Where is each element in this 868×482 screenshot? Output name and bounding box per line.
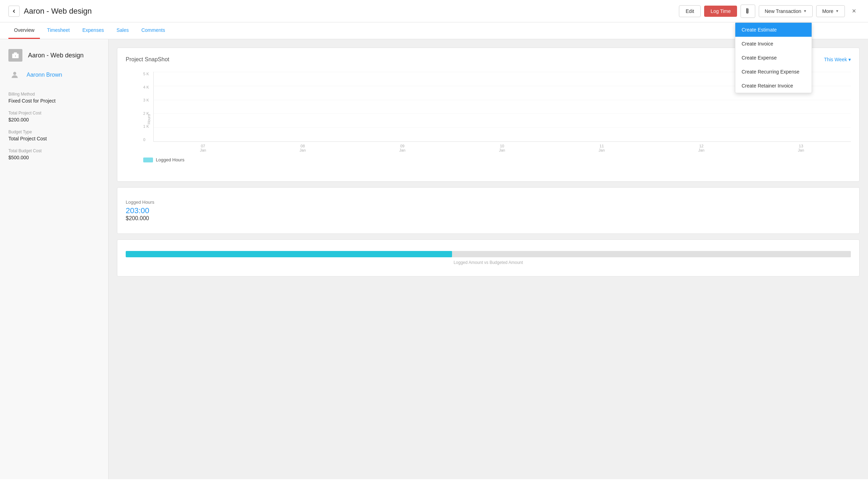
main-panel: Project SnapShot This Week ▾ 0 1 K 2 K — [109, 39, 868, 479]
stats-card: Logged Hours 203:00 $200.000 — [117, 187, 860, 234]
page-title: Aaron - Web design — [24, 7, 679, 16]
this-week-arrow-icon: ▾ — [848, 57, 851, 62]
x-label-10: 10Jan — [499, 144, 505, 152]
grid-line-3k — [154, 100, 851, 100]
x-label-12: 12Jan — [698, 144, 704, 152]
tab-timesheet[interactable]: Timesheet — [41, 22, 75, 39]
dropdown-item-create-expense[interactable]: Create Expense — [735, 51, 812, 65]
tab-expenses[interactable]: Expenses — [77, 22, 109, 39]
this-week-button[interactable]: This Week ▾ — [824, 57, 851, 62]
x-label-11: 11Jan — [599, 144, 605, 152]
dropdown-item-create-invoice[interactable]: Create Invoice — [735, 37, 812, 51]
x-label-08: 08Jan — [300, 144, 306, 152]
billing-method-section: Billing Method Fixed Cost for Project — [8, 92, 100, 104]
tab-sales[interactable]: Sales — [111, 22, 134, 39]
y-label-0: 0 — [143, 138, 149, 142]
total-project-cost-section: Total Project Cost $200.000 — [8, 111, 100, 123]
person-icon — [8, 69, 21, 81]
progress-card: Logged Amount vs Budgeted Amount — [117, 239, 860, 277]
legend-label-logged-hours: Logged Hours — [156, 157, 185, 162]
total-budget-cost-section: Total Budget Cost $500.000 — [8, 148, 100, 160]
back-button[interactable] — [8, 6, 20, 17]
logged-hours-amount: $200.000 — [126, 215, 149, 222]
logged-hours-stat: Logged Hours 203:00 $200.000 — [126, 200, 154, 222]
new-transaction-dropdown-arrow: ▼ — [803, 9, 807, 13]
svg-point-2 — [13, 72, 16, 75]
chart-legend: Logged Hours — [143, 157, 851, 162]
y-label-1k: 1 K — [143, 124, 149, 128]
grid-line-1k — [154, 127, 851, 128]
x-label-09: 09Jan — [399, 144, 405, 152]
y-label-3k: 3 K — [143, 98, 149, 102]
progress-bar-background — [126, 251, 851, 257]
dropdown-item-create-retainer-invoice[interactable]: Create Retainer Invoice — [735, 79, 812, 93]
total-budget-cost-label: Total Budget Cost — [8, 148, 100, 153]
log-time-button[interactable]: Log Time — [704, 6, 737, 17]
budget-type-value: Total Project Cost — [8, 136, 100, 141]
total-project-cost-value: $200.000 — [8, 117, 100, 123]
person-name[interactable]: Aaronn Brown — [27, 72, 62, 78]
tab-overview[interactable]: Overview — [8, 22, 40, 39]
content-area: Aaron - Web design Aaronn Brown Billing … — [0, 39, 868, 479]
sidebar: Aaron - Web design Aaronn Brown Billing … — [0, 39, 109, 479]
logged-hours-stat-value: 203:00 — [126, 206, 149, 215]
attachment-button[interactable] — [741, 5, 755, 18]
progress-label: Logged Amount vs Budgeted Amount — [126, 260, 851, 265]
snapshot-title: Project SnapShot — [126, 56, 169, 63]
stats-row: Logged Hours 203:00 $200.000 — [126, 196, 851, 225]
legend-color-logged-hours — [143, 158, 153, 162]
y-label-5k: 5 K — [143, 72, 149, 76]
logged-hours-stat-label: Logged Hours — [126, 200, 154, 205]
grid-line-2k — [154, 113, 851, 114]
billing-method-label: Billing Method — [8, 92, 100, 97]
dropdown-item-create-estimate[interactable]: Create Estimate — [735, 23, 812, 37]
sidebar-person: Aaronn Brown — [8, 69, 100, 81]
tab-comments[interactable]: Comments — [136, 22, 171, 39]
budget-type-section: Budget Type Total Project Cost — [8, 130, 100, 141]
y-label-4k: 4 K — [143, 85, 149, 89]
edit-button[interactable]: Edit — [679, 5, 701, 17]
new-transaction-button[interactable]: New Transaction ▼ — [759, 5, 813, 17]
x-label-13: 13Jan — [798, 144, 804, 152]
budget-type-label: Budget Type — [8, 130, 100, 134]
header: Aaron - Web design Edit Log Time New Tra… — [0, 0, 868, 22]
billing-method-value: Fixed Cost for Project — [8, 98, 100, 104]
more-dropdown-arrow: ▼ — [835, 9, 839, 13]
progress-section: Logged Amount vs Budgeted Amount — [126, 248, 851, 268]
total-project-cost-label: Total Project Cost — [8, 111, 100, 116]
sidebar-project-header: Aaron - Web design — [8, 49, 100, 62]
chart-x-labels: 07Jan 08Jan 09Jan 10Jan 11Jan 12Jan 13Ja… — [153, 144, 851, 152]
x-label-07: 07Jan — [200, 144, 206, 152]
dropdown-item-create-recurring-expense[interactable]: Create Recurring Expense — [735, 65, 812, 79]
header-actions: Edit Log Time New Transaction ▼ More ▼ × — [679, 5, 860, 18]
project-icon — [8, 49, 22, 62]
more-button[interactable]: More ▼ — [816, 5, 845, 17]
sidebar-project-name: Aaron - Web design — [28, 52, 84, 59]
new-transaction-dropdown: Create Estimate Create Invoice Create Ex… — [735, 22, 812, 93]
progress-bar-fill — [126, 251, 452, 257]
total-budget-cost-value: $500.000 — [8, 155, 100, 160]
y-axis-title: Hours — [146, 114, 151, 124]
app-container: Aaron - Web design Edit Log Time New Tra… — [0, 0, 868, 482]
close-button[interactable]: × — [848, 6, 860, 17]
